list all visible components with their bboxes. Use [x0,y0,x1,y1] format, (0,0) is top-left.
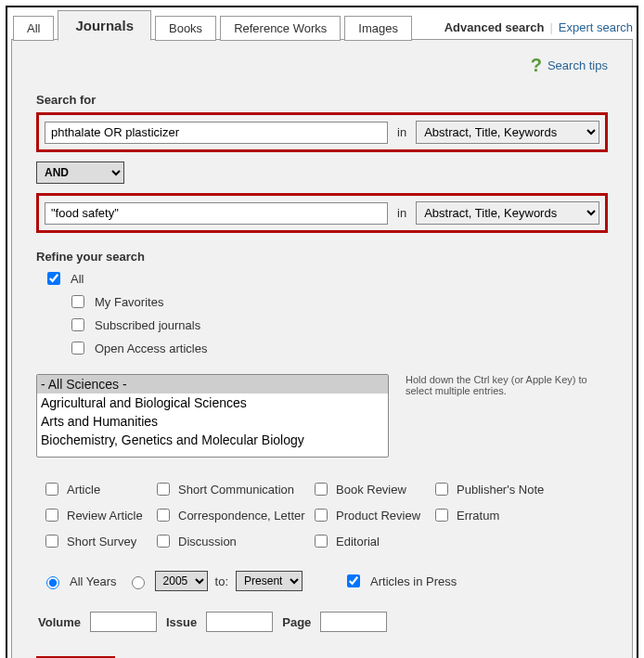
search-field-1-select[interactable]: Abstract, Title, Keywords [416,121,599,144]
in-label-2: in [397,206,406,220]
refine-all-checkbox[interactable] [47,272,60,285]
atype-pubnote-label: Publisher's Note [457,483,544,497]
atype-erratum-checkbox[interactable] [435,509,448,522]
atype-review-label: Review Article [67,509,143,523]
separator: | [549,20,552,34]
help-icon: ? [531,55,542,76]
atype-shortcomm-checkbox[interactable] [157,483,170,496]
atype-erratum-label: Erratum [457,509,499,523]
volume-issue-page-row: Volume Issue Page [38,612,608,632]
refine-favorites-checkbox[interactable] [71,295,84,308]
refine-openaccess-checkbox[interactable] [71,342,84,355]
refine-favorites-label: My Favorites [95,295,163,309]
year-row: All Years 2005 to: Present Articles in P… [42,571,608,591]
atype-pubnote-checkbox[interactable] [435,483,448,496]
tab-books[interactable]: Books [155,16,216,41]
atype-discussion-label: Discussion [178,535,237,548]
atype-survey-label: Short Survey [67,535,136,548]
articles-in-press-checkbox[interactable] [347,574,360,587]
atype-discussion-checkbox[interactable] [157,535,170,548]
volume-input[interactable] [90,612,157,632]
in-label-1: in [397,125,406,139]
atype-survey-checkbox[interactable] [45,535,58,548]
volume-label: Volume [38,615,81,629]
atype-bookreview-checkbox[interactable] [315,483,328,496]
subject-hint: Hold down the Ctrl key (or Apple Key) to… [406,374,608,396]
atype-review-checkbox[interactable] [45,509,58,522]
refine-heading: Refine your search [36,250,608,264]
refine-all-label: All [71,272,84,286]
search-for-heading: Search for [36,93,608,107]
atype-bookreview-label: Book Review [336,483,406,497]
atype-prodreview-label: Product Review [336,509,420,523]
year-range-radio[interactable] [132,576,145,589]
atype-article-checkbox[interactable] [45,483,58,496]
issue-input[interactable] [206,612,273,632]
search-row-1: in Abstract, Title, Keywords [36,112,608,152]
tab-bar: All Journals Books Reference Works Image… [11,9,633,40]
boolean-operator-select[interactable]: AND [36,161,124,184]
tab-journals[interactable]: Journals [58,10,151,41]
articles-in-press-label: Articles in Press [370,574,457,588]
atype-prodreview-checkbox[interactable] [315,509,328,522]
atype-shortcomm-label: Short Communication [178,483,294,497]
refine-openaccess-label: Open Access articles [95,342,207,355]
atype-article-label: Article [67,483,100,497]
atype-correspondence-checkbox[interactable] [157,509,170,522]
issue-label: Issue [166,615,197,629]
search-term-2-input[interactable] [45,202,388,225]
expert-search-link[interactable]: Expert search [559,20,633,34]
all-years-radio[interactable] [46,576,59,589]
article-type-grid: Article Short Communication Book Review … [42,480,608,550]
tab-reference-works[interactable]: Reference Works [220,16,341,41]
page-label: Page [282,615,311,629]
atype-editorial-checkbox[interactable] [315,535,328,548]
year-to-label: to: [215,574,228,588]
page-input[interactable] [320,612,387,632]
atype-editorial-label: Editorial [336,535,380,548]
refine-subscribed-label: Subscribed journals [95,318,200,332]
year-to-select[interactable]: Present [236,571,303,591]
search-row-2: in Abstract, Title, Keywords [36,193,608,233]
search-panel: ? Search tips Search for in Abstract, Ti… [11,39,633,658]
advanced-search-label: Advanced search [444,20,545,34]
atype-correspondence-label: Correspondence, Letter [178,509,305,523]
refine-subscribed-checkbox[interactable] [71,318,84,331]
all-years-label: All Years [70,574,117,588]
search-tips-link[interactable]: Search tips [547,58,608,72]
subject-area-select[interactable]: - All Sciences - Agricultural and Biolog… [36,374,389,458]
year-from-select[interactable]: 2005 [155,571,208,591]
search-field-2-select[interactable]: Abstract, Title, Keywords [416,201,599,225]
tab-all[interactable]: All [13,16,54,41]
tab-images[interactable]: Images [344,16,412,41]
search-term-1-input[interactable] [45,122,388,144]
